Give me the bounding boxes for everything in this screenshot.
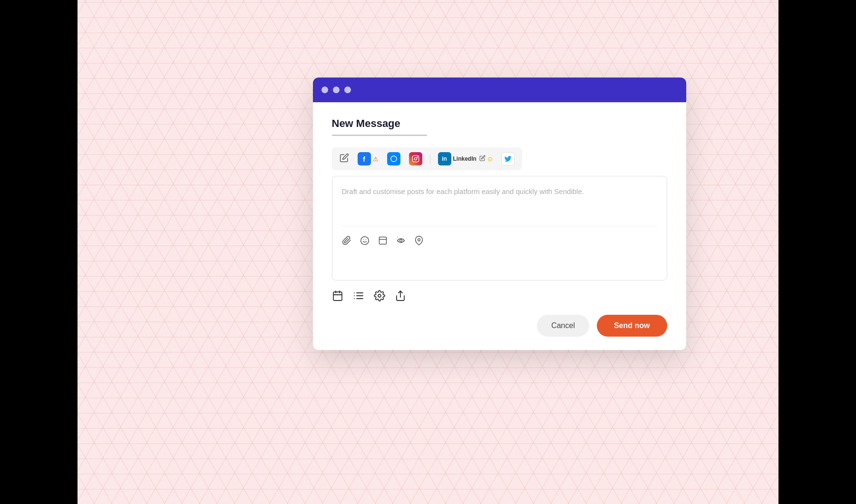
export-tool[interactable]	[395, 290, 406, 301]
main-area: New Message f	[78, 0, 778, 504]
linkedin-icon: in	[438, 152, 451, 165]
title-underline	[332, 135, 427, 136]
compose-area[interactable]: Draft and customise posts for each platf…	[332, 176, 667, 281]
cancel-button[interactable]: Cancel	[537, 315, 589, 337]
action-buttons: Cancel Send now	[332, 315, 667, 337]
svg-point-1	[414, 157, 417, 160]
tab-twitter[interactable]	[498, 150, 517, 167]
preview-tool[interactable]	[396, 236, 406, 245]
bluesky-icon	[387, 152, 400, 165]
tab-bluesky[interactable]	[384, 150, 403, 167]
svg-rect-10	[333, 292, 342, 300]
modal-content: New Message f	[313, 102, 686, 350]
titlebar-dot-1[interactable]	[321, 87, 328, 93]
left-sidebar	[0, 0, 78, 504]
svg-point-2	[417, 157, 418, 157]
facebook-warning-icon: ⚠	[373, 155, 379, 163]
schedule-tool[interactable]	[332, 290, 343, 301]
attachment-tool[interactable]	[342, 236, 351, 245]
compose-placeholder: Draft and customise posts for each platf…	[342, 186, 657, 197]
svg-point-3	[360, 237, 369, 245]
linkedin-label: LinkedIn	[453, 155, 477, 162]
location-tool[interactable]	[414, 236, 424, 245]
tab-divider	[430, 154, 430, 164]
title-bar	[313, 78, 686, 102]
platform-tabs: f ⚠	[332, 147, 522, 170]
svg-rect-0	[412, 155, 418, 162]
emoji-tool[interactable]	[360, 236, 370, 245]
right-sidebar	[778, 0, 856, 504]
queue-tool[interactable]	[353, 290, 364, 301]
tab-facebook[interactable]: f ⚠	[355, 150, 381, 167]
instagram-icon	[409, 152, 422, 165]
bottom-toolbar	[332, 290, 667, 301]
linkedin-pencil-icon	[479, 155, 486, 163]
svg-point-9	[418, 239, 420, 241]
twitter-icon	[501, 152, 515, 165]
tab-linkedin[interactable]: in LinkedIn ⊙	[435, 150, 496, 167]
media-tool[interactable]	[378, 236, 388, 245]
svg-point-20	[378, 294, 381, 297]
tab-instagram[interactable]	[406, 150, 425, 167]
modal-title: New Message	[332, 117, 667, 130]
pencil-icon	[340, 153, 349, 165]
settings-tool[interactable]	[374, 290, 385, 301]
linkedin-alert-icon: ⊙	[487, 155, 493, 163]
svg-point-7	[399, 240, 402, 242]
tab-all[interactable]	[337, 151, 352, 166]
facebook-icon: f	[358, 152, 371, 165]
svg-rect-6	[379, 237, 386, 244]
titlebar-dot-3[interactable]	[344, 87, 351, 93]
compose-modal: New Message f	[313, 78, 686, 350]
titlebar-dot-2[interactable]	[333, 87, 340, 93]
modal-wrapper: New Message f	[220, 78, 778, 350]
send-now-button[interactable]: Send now	[597, 315, 667, 337]
compose-toolbar	[342, 226, 657, 245]
